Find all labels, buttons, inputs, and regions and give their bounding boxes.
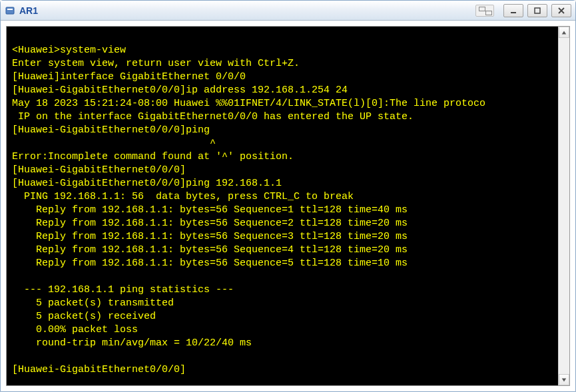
window-controls <box>475 4 571 17</box>
svg-rect-1 <box>7 9 13 10</box>
minimize-button[interactable] <box>503 4 523 17</box>
svg-rect-2 <box>511 12 516 13</box>
terminal-container: <Huawei>system-view Enter system view, r… <box>1 21 575 391</box>
scroll-up-button[interactable] <box>559 27 569 38</box>
titlebar[interactable]: AR1 <box>1 1 575 21</box>
close-button[interactable] <box>551 4 571 17</box>
scroll-down-button[interactable] <box>559 374 569 385</box>
scroll-track[interactable] <box>559 38 569 374</box>
scrollbar[interactable] <box>558 27 569 385</box>
keyboard-icon[interactable] <box>475 5 494 17</box>
maximize-button[interactable] <box>527 4 547 17</box>
app-window: AR1 <Huawei>system-view Enter system vie… <box>0 0 576 392</box>
svg-rect-0 <box>6 7 14 14</box>
app-icon <box>5 5 15 16</box>
terminal[interactable]: <Huawei>system-view Enter system view, r… <box>6 26 570 386</box>
window-title: AR1 <box>19 5 471 16</box>
terminal-output[interactable]: <Huawei>system-view Enter system view, r… <box>7 27 558 385</box>
svg-rect-3 <box>535 8 540 13</box>
